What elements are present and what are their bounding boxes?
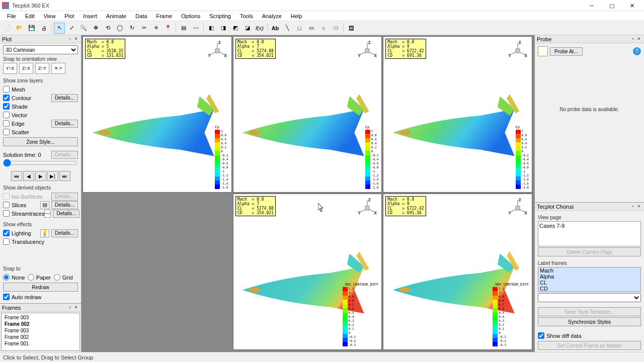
zone-style-button[interactable]: Zone Style...	[3, 137, 78, 146]
snap-paper-radio[interactable]	[28, 274, 34, 281]
square-icon[interactable]: □	[294, 23, 305, 34]
label-item[interactable]: Alpha	[538, 274, 640, 280]
viewport-frame[interactable]: Mach = 0.8 Alpha = 7 CL = 5274.88 CD = 3…	[233, 194, 382, 350]
orient-zy-button[interactable]: Z↑Y	[35, 63, 49, 74]
mesh-checkbox[interactable]	[3, 86, 10, 93]
menu-insert[interactable]: Insert	[79, 12, 101, 20]
view-page-box[interactable]: Cases 7-9	[538, 221, 641, 246]
lighting-checkbox[interactable]	[3, 230, 10, 236]
menu-tools[interactable]: Tools	[236, 12, 257, 20]
frame-item[interactable]: Frame 002	[4, 321, 77, 327]
slices-tool-icon[interactable]: ▤	[40, 201, 49, 209]
close-panel-icon[interactable]: ×	[73, 36, 79, 42]
adjust-icon[interactable]: ⤢	[66, 23, 77, 34]
group2-icon[interactable]: ◨	[218, 23, 229, 34]
viewport-frame[interactable]: Mach = 0.8 Alpha = 5 CL = 3528.35 CD = 1…	[83, 36, 232, 193]
edge-details-button[interactable]: Details...	[51, 120, 78, 128]
contour-checkbox[interactable]	[3, 95, 10, 101]
viewport-frame[interactable]: Mach = 0.8 Alpha = 7 CL = 5274.88 CD = 3…	[233, 36, 382, 193]
orient-zx-button[interactable]: Z↑X	[19, 63, 33, 74]
maximize-button[interactable]: ▢	[602, 1, 622, 11]
rect-icon[interactable]: ▭	[306, 23, 317, 34]
play-button[interactable]: ▶	[35, 171, 46, 181]
rollerball-icon[interactable]: ◯	[114, 23, 125, 34]
label-frames-list[interactable]: MachAlphaCLCD	[538, 267, 641, 292]
contour-edit-icon[interactable]: ▤	[178, 23, 189, 34]
menu-edit[interactable]: Edit	[21, 12, 39, 20]
probe-icon[interactable]: 📍	[163, 23, 174, 34]
advance-icon[interactable]: ✳	[150, 23, 162, 34]
group4-icon[interactable]: ◪	[242, 23, 253, 34]
chorus-pin-icon[interactable]: ▫	[630, 204, 636, 210]
label-item[interactable]: CD	[538, 286, 640, 292]
viewport-frame[interactable]	[83, 194, 232, 350]
step-back-button[interactable]: ◀	[23, 171, 34, 181]
menu-data[interactable]: Data	[131, 12, 151, 20]
group1-icon[interactable]: ◧	[206, 23, 217, 34]
snap-none-radio[interactable]	[3, 274, 10, 281]
step-fwd-button[interactable]: ▶|	[47, 171, 58, 181]
menu-animate[interactable]: Animate	[102, 12, 130, 20]
menu-options[interactable]: Options	[177, 12, 204, 20]
lighting-tool-icon[interactable]: 💡	[40, 229, 49, 237]
scatter-checkbox[interactable]	[3, 129, 10, 135]
text-icon[interactable]: Ab	[270, 23, 281, 34]
line-icon[interactable]: ╲	[282, 23, 293, 34]
skip-end-button[interactable]: ⏭	[59, 171, 70, 181]
snap-grid-radio[interactable]	[54, 274, 60, 281]
frame-item[interactable]: Frame 003	[4, 327, 77, 334]
frames-list[interactable]: Frame 003Frame 002Frame 003Frame 002Fram…	[1, 313, 80, 351]
translucency-checkbox[interactable]	[3, 238, 10, 245]
menu-view[interactable]: View	[40, 12, 60, 20]
menu-frame[interactable]: Frame	[152, 12, 176, 20]
probe-pin-icon[interactable]: ▫	[630, 36, 636, 42]
show-diff-checkbox[interactable]	[538, 332, 544, 339]
contour-details-button[interactable]: Details...	[51, 94, 78, 102]
label-frames-select[interactable]	[538, 293, 641, 302]
fx-icon[interactable]: f(x)	[254, 23, 265, 34]
frame-item[interactable]: Frame 003	[4, 314, 77, 321]
new-icon[interactable]: 📄	[2, 23, 13, 34]
viewport-frame[interactable]: Mach = 0.8 Alpha = 9 CL = 6722.42 CD = 6…	[383, 194, 532, 350]
open-icon[interactable]: 📂	[14, 23, 25, 34]
stream-checkbox[interactable]	[3, 210, 10, 217]
save-icon[interactable]: 💾	[26, 23, 37, 34]
help-icon[interactable]: ?	[633, 47, 641, 55]
frame-item[interactable]: Frame 001	[4, 340, 77, 347]
frame-item[interactable]: Frame 002	[4, 334, 77, 340]
menu-file[interactable]: File	[3, 12, 20, 20]
menu-help[interactable]: Help	[287, 12, 306, 20]
auto-redraw-checkbox[interactable]	[3, 294, 10, 300]
vector-checkbox[interactable]	[3, 112, 10, 118]
label-item[interactable]: CL	[538, 280, 640, 286]
minimize-button[interactable]: ─	[582, 1, 602, 11]
pin-icon[interactable]: ▫	[67, 36, 73, 42]
chorus-close-icon[interactable]: ×	[636, 204, 642, 210]
close-button[interactable]: ✕	[622, 1, 642, 11]
shade-checkbox[interactable]	[3, 103, 10, 110]
print-icon[interactable]: 🖨	[38, 23, 49, 34]
ellipse-icon[interactable]: ⬭	[330, 23, 341, 34]
slices-checkbox[interactable]	[3, 202, 10, 208]
sync-styles-button[interactable]: Synchronize Styles	[538, 317, 641, 326]
orient-yx-button[interactable]: Y↑X	[3, 63, 17, 74]
lighting-details-button[interactable]: Details...	[51, 229, 78, 237]
line-path-icon[interactable]: 〰	[190, 23, 201, 34]
select-icon[interactable]: ↖	[54, 23, 65, 34]
label-item[interactable]: Mach	[538, 267, 640, 274]
probe-close-icon[interactable]: ×	[636, 36, 642, 42]
slices-details-button[interactable]: Details...	[51, 201, 78, 209]
solution-time-slider[interactable]	[3, 159, 78, 167]
stream-tool-icon[interactable]: 〰	[44, 210, 51, 218]
orient-iso-button[interactable]: ✕↗	[51, 63, 65, 74]
edge-checkbox[interactable]	[3, 120, 10, 127]
twist-icon[interactable]: ↻	[126, 23, 137, 34]
frames-pin-icon[interactable]: ▫	[67, 305, 73, 311]
skip-start-button[interactable]: ⏮	[11, 171, 22, 181]
frames-close-icon[interactable]: ×	[73, 305, 79, 311]
probe-tool-icon[interactable]	[538, 46, 548, 56]
probe-at-button[interactable]: Probe At...	[550, 47, 583, 56]
image-icon[interactable]: 🖼	[346, 23, 357, 34]
viewport-frame[interactable]: Mach = 0.8 Alpha = 9 CL = 6722.42 CD = 6…	[383, 36, 532, 193]
zoom-icon[interactable]: 🔍	[78, 23, 89, 34]
